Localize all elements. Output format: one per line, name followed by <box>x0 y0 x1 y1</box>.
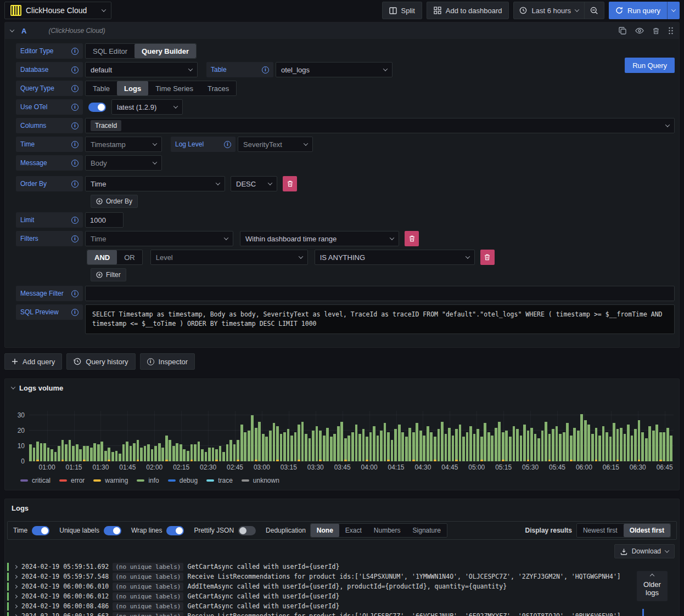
expand-chevron-icon[interactable] <box>14 584 18 588</box>
info-icon[interactable]: i <box>224 141 231 148</box>
option-sql-editor[interactable]: SQL Editor <box>86 44 134 58</box>
info-icon[interactable]: i <box>71 180 79 188</box>
info-icon[interactable]: i <box>71 160 79 167</box>
table-select[interactable]: otel_logs <box>276 62 393 77</box>
option-oldest-first[interactable]: Oldest first <box>624 524 670 537</box>
info-icon[interactable]: i <box>71 48 79 55</box>
info-icon[interactable]: i <box>71 217 79 224</box>
option-or[interactable]: OR <box>117 250 142 264</box>
run-query-dropdown-button[interactable] <box>667 2 680 19</box>
message-column-select[interactable]: Body <box>85 155 162 171</box>
zoom-out-button[interactable] <box>584 2 604 19</box>
expand-chevron-icon[interactable] <box>14 594 18 598</box>
log-level-bar <box>7 583 9 591</box>
delete-query-icon[interactable] <box>653 27 659 35</box>
datasource-picker[interactable]: ClickHouse Cloud <box>4 2 111 19</box>
hide-query-eye-icon[interactable] <box>635 27 644 34</box>
inspector-button[interactable]: i Inspector <box>140 353 195 370</box>
legend-item-critical[interactable]: critical <box>20 477 51 484</box>
option-numbers[interactable]: Numbers <box>368 524 407 537</box>
query-editor-panel: A (ClickHouse Cloud) Run Query Editor Ty… <box>4 22 680 348</box>
info-icon[interactable]: i <box>71 290 79 297</box>
time-range-button[interactable]: Last 6 hours <box>514 2 584 19</box>
wrap-lines-toggle[interactable] <box>166 526 184 535</box>
info-icon[interactable]: i <box>71 235 79 242</box>
query-header[interactable]: A (ClickHouse Cloud) <box>5 22 679 39</box>
logs-volume-header[interactable]: Logs volume <box>5 379 679 397</box>
legend-item-debug[interactable]: debug <box>168 477 198 484</box>
option-time-series[interactable]: Time Series <box>148 81 200 95</box>
column-chip[interactable]: TraceId <box>91 120 121 131</box>
logs-volume-plot[interactable] <box>29 411 674 461</box>
legend-item-warning[interactable]: warning <box>93 477 128 484</box>
add-filter-button[interactable]: Filter <box>91 268 126 281</box>
option-logs[interactable]: Logs <box>117 81 148 95</box>
remove-filter-button[interactable] <box>405 231 419 246</box>
expand-chevron-icon[interactable] <box>14 574 18 578</box>
otel-version-select[interactable]: latest (1.2.9) <box>111 99 183 115</box>
add-to-dashboard-button[interactable]: Add to dashboard <box>427 2 509 19</box>
info-icon[interactable]: i <box>71 141 79 148</box>
use-otel-toggle[interactable] <box>88 103 106 112</box>
panel-run-query-button[interactable]: Run Query <box>625 58 675 73</box>
info-icon[interactable]: i <box>71 309 79 316</box>
filter-operator-select[interactable]: Within dashboard time range <box>240 231 399 246</box>
legend-item-unknown[interactable]: unknown <box>242 477 279 484</box>
remove-sub-filter-button[interactable] <box>480 250 495 265</box>
unique-labels-toggle[interactable] <box>104 526 121 535</box>
log-message: AddItemAsync called with userId={userId}… <box>187 583 507 590</box>
drag-handle-icon[interactable] <box>668 27 674 35</box>
option-exact[interactable]: Exact <box>339 524 368 537</box>
y-axis: 0102030 <box>9 411 25 461</box>
message-filter-input[interactable] <box>85 286 675 301</box>
option-signature[interactable]: Signature <box>407 524 447 537</box>
expand-chevron-icon[interactable] <box>14 614 18 616</box>
log-row[interactable]: 2024-02-19 06:00:08.486(no unique labels… <box>7 601 679 611</box>
legend-item-error[interactable]: error <box>59 477 85 484</box>
option-and[interactable]: AND <box>87 250 117 264</box>
remove-order-by-button[interactable] <box>283 176 297 191</box>
download-button[interactable]: Download <box>614 544 675 558</box>
log-row[interactable]: 2024-02-19 06:00:18.663(no unique labels… <box>7 611 679 616</box>
time-label: Time i <box>16 137 83 152</box>
info-icon[interactable]: i <box>71 104 79 111</box>
add-query-button[interactable]: Add query <box>4 353 62 370</box>
order-by-direction-select[interactable]: DESC <box>231 176 277 191</box>
split-button[interactable]: Split <box>382 2 422 19</box>
legend-item-info[interactable]: info <box>137 477 159 484</box>
info-icon[interactable]: i <box>71 66 79 74</box>
log-row[interactable]: 2024-02-19 05:59:51.692(no unique labels… <box>7 562 679 572</box>
prettify-json-toggle[interactable] <box>238 526 256 535</box>
log-level-select[interactable]: SeverityText <box>238 137 313 152</box>
info-icon[interactable]: i <box>262 66 269 74</box>
option-query-builder[interactable]: Query Builder <box>134 44 196 58</box>
database-select[interactable]: default <box>85 62 198 77</box>
query-history-button[interactable]: Query history <box>66 353 135 370</box>
filter-field-select[interactable]: Time <box>85 231 233 246</box>
log-row[interactable]: 2024-02-19 05:59:57.548(no unique labels… <box>7 572 679 581</box>
columns-multiselect[interactable]: TraceId <box>85 118 675 133</box>
option-table[interactable]: Table <box>86 81 117 95</box>
expand-chevron-icon[interactable] <box>14 564 18 568</box>
info-icon[interactable]: i <box>71 122 79 129</box>
log-row[interactable]: 2024-02-19 06:00:06.012(no unique labels… <box>7 591 679 601</box>
log-row[interactable]: 2024-02-19 06:00:06.010(no unique labels… <box>7 581 679 591</box>
older-logs-button[interactable]: Older logs <box>637 571 668 601</box>
limit-input[interactable] <box>85 212 124 228</box>
sub-filter-field-select[interactable]: Level <box>150 250 308 265</box>
expand-chevron-icon[interactable] <box>14 604 18 608</box>
order-by-field-select[interactable]: Time <box>85 176 225 191</box>
time-column-select[interactable]: Timestamp <box>85 137 162 152</box>
time-toggle[interactable] <box>32 526 49 535</box>
legend-item-trace[interactable]: trace <box>206 477 233 484</box>
sub-filter-operator-select[interactable]: IS ANYTHING <box>315 250 475 265</box>
option-none[interactable]: None <box>311 524 339 537</box>
option-newest-first[interactable]: Newest first <box>577 524 624 537</box>
run-query-button[interactable]: Run query <box>609 2 667 19</box>
log-level-bar <box>7 602 9 611</box>
duplicate-query-icon[interactable] <box>619 27 626 35</box>
add-order-by-button[interactable]: Order By <box>91 195 138 208</box>
x-tick-label: 03:15 <box>281 464 297 471</box>
option-traces[interactable]: Traces <box>200 81 236 95</box>
info-icon[interactable]: i <box>71 85 79 92</box>
